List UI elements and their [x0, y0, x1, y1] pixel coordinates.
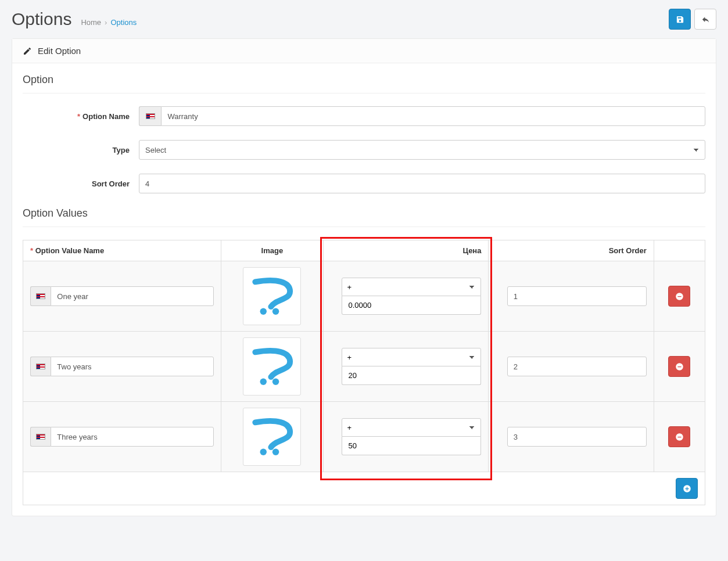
- option-value-row: +: [23, 402, 705, 472]
- image-thumbnail[interactable]: [243, 408, 301, 466]
- svg-point-1: [272, 308, 279, 315]
- price-prefix-select[interactable]: +: [342, 278, 481, 296]
- remove-option-value-button[interactable]: [668, 426, 690, 447]
- option-value-sort-input[interactable]: [507, 357, 647, 376]
- flag-addon: [30, 286, 51, 306]
- option-name-input[interactable]: [161, 106, 705, 126]
- section-values-title: Option Values: [23, 207, 705, 220]
- th-sort: Sort Order: [489, 240, 654, 261]
- minus-circle-icon: [675, 362, 684, 371]
- flag-addon: [30, 427, 51, 447]
- flag-icon-en: [36, 434, 45, 440]
- svg-point-5: [272, 449, 279, 455]
- option-value-name-input[interactable]: [51, 427, 213, 447]
- pencil-icon: [23, 46, 32, 56]
- price-prefix-select[interactable]: +: [342, 348, 481, 366]
- panel-heading: Edit Option: [12, 39, 716, 63]
- breadcrumb-current-link[interactable]: Options: [110, 18, 137, 27]
- flag-addon: [139, 106, 161, 126]
- flag-icon-en: [146, 113, 155, 119]
- save-button[interactable]: [669, 9, 691, 30]
- add-option-value-button[interactable]: [676, 478, 698, 499]
- page-title: Options: [12, 9, 71, 29]
- price-prefix-select[interactable]: +: [342, 418, 481, 437]
- minus-circle-icon: [675, 433, 684, 441]
- svg-point-4: [260, 449, 267, 455]
- cart-placeholder-icon: [248, 272, 296, 320]
- th-price: Цена: [324, 240, 489, 261]
- panel-heading-text: Edit Option: [38, 46, 81, 56]
- th-image: Image: [221, 240, 324, 261]
- label-sort-order: Sort Order: [92, 179, 130, 188]
- save-icon: [676, 15, 684, 24]
- price-input[interactable]: [342, 296, 481, 315]
- breadcrumb-separator: ›: [105, 18, 107, 27]
- cancel-button[interactable]: [694, 9, 716, 30]
- breadcrumb: Home › Options: [81, 18, 137, 27]
- remove-option-value-button[interactable]: [668, 286, 690, 307]
- option-value-name-input[interactable]: [51, 357, 213, 376]
- option-value-sort-input[interactable]: [507, 286, 647, 306]
- back-arrow-icon: [701, 15, 710, 24]
- section-option-title: Option: [23, 74, 705, 86]
- plus-circle-icon: [683, 484, 691, 493]
- option-value-row: +: [23, 261, 705, 332]
- image-thumbnail[interactable]: [243, 337, 301, 395]
- image-thumbnail[interactable]: [243, 267, 301, 325]
- cart-placeholder-icon: [248, 343, 296, 390]
- label-type: Type: [113, 146, 130, 154]
- price-input[interactable]: [342, 437, 481, 455]
- minus-circle-icon: [675, 292, 684, 301]
- flag-addon: [30, 357, 51, 376]
- sort-order-input[interactable]: [139, 174, 705, 193]
- label-option-name: Option Name: [83, 112, 130, 121]
- option-value-row: +: [23, 332, 705, 402]
- remove-option-value-button[interactable]: [668, 356, 690, 377]
- option-values-table: * Option Value Name Image Цена Sort Orde…: [23, 240, 705, 505]
- option-value-sort-input[interactable]: [507, 427, 647, 447]
- price-input[interactable]: [342, 366, 481, 385]
- svg-point-2: [260, 379, 267, 385]
- breadcrumb-home-link[interactable]: Home: [81, 18, 101, 27]
- flag-icon-en: [36, 293, 45, 299]
- flag-icon-en: [36, 364, 45, 369]
- type-select[interactable]: Select: [139, 140, 705, 160]
- svg-point-3: [272, 379, 279, 385]
- cart-placeholder-icon: [248, 413, 296, 461]
- option-value-name-input[interactable]: [51, 286, 213, 306]
- svg-point-0: [260, 308, 267, 315]
- th-name: Option Value Name: [35, 246, 104, 255]
